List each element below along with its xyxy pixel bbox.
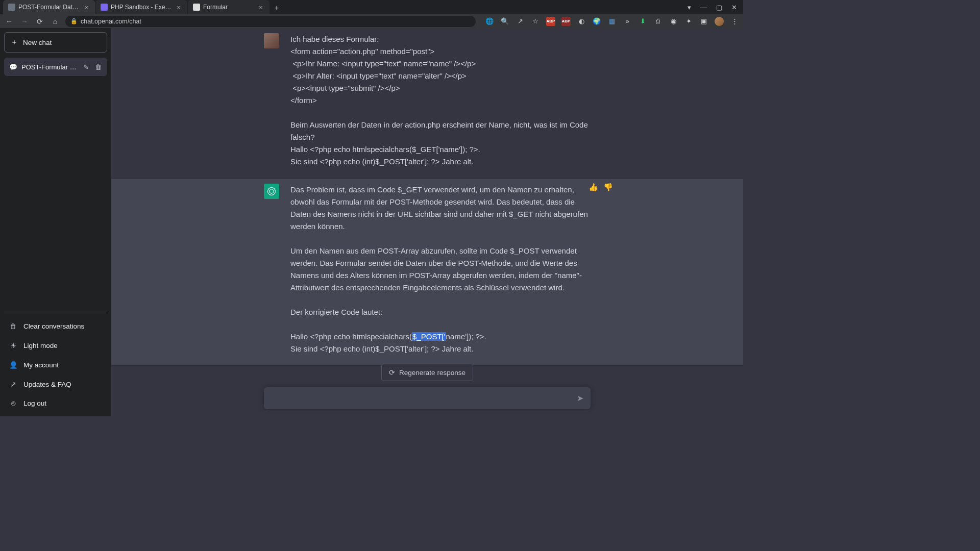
app: ＋ New chat 💬 POST-Formular Daten v ✎ 🗑 🗑… [0,28,743,416]
close-icon[interactable]: × [175,4,182,11]
assistant-p3: Der korrigierte Code lautet: [290,308,382,316]
external-link-icon: ↗ [9,380,17,388]
dot-ext-icon[interactable]: ◐ [577,17,586,26]
sidepanel-icon[interactable]: ▣ [699,17,708,26]
camcorder-ext-icon[interactable]: ◉ [669,17,678,26]
chevron-down-icon[interactable]: ▾ [688,4,691,11]
message-assistant: Das Problem ist, dass im Code $_GET verw… [111,179,743,366]
tab-title: Formular [203,4,254,11]
assistant-p1: Das Problem ist, dass im Code $_GET verw… [290,185,590,231]
download-ext-icon[interactable]: ⬇ [638,17,647,26]
send-icon[interactable]: ➤ [577,393,583,403]
close-icon[interactable]: × [83,4,90,11]
light-mode-button[interactable]: ☀ Light mode [4,336,107,355]
url-bar[interactable]: 🔒 chat.openai.com/chat [65,16,476,27]
sun-icon: ☀ [9,341,17,349]
browser-chrome: POST-Formular Daten verarbeit… × PHP San… [0,0,743,28]
updates-faq-button[interactable]: ↗ Updates & FAQ [4,375,107,393]
footer: ⟳ Regenerate response ➤ [111,364,743,416]
user-message-content: Ich habe dieses Formular: <form action="… [290,33,591,168]
abp-ext-icon[interactable]: ABP [546,17,555,26]
main: Ich habe dieses Formular: <form action="… [111,28,743,416]
regenerate-label: Regenerate response [399,369,465,377]
trash-icon: 🗑 [9,322,17,330]
plus-icon: ＋ [11,38,18,47]
log-out-button[interactable]: ⎋ Log out [4,394,107,412]
tab-inactive[interactable]: PHP Sandbox - Execute PHP cod… × [95,0,187,14]
translate-icon[interactable]: 🌐 [485,17,494,26]
regenerate-button[interactable]: ⟳ Regenerate response [381,364,473,381]
blue-ext-icon[interactable]: ▦ [607,17,617,26]
star-icon[interactable]: ☆ [531,17,540,26]
tab-title: POST-Formular Daten verarbeit… [18,4,80,11]
edit-icon[interactable]: ✎ [82,63,90,71]
forward-button[interactable]: → [19,16,30,27]
close-window-icon[interactable]: ✕ [731,4,737,11]
thumbs-down-icon[interactable]: 👎 [603,183,613,192]
tab-active[interactable]: POST-Formular Daten verarbeit… × [3,0,95,14]
trash-icon[interactable]: 🗑 [94,63,102,71]
message-actions: 👍 👎 [589,183,613,192]
updates-label: Updates & FAQ [23,381,71,388]
logout-label: Log out [23,399,46,407]
thumbs-up-icon[interactable]: 👍 [589,183,598,192]
menu-icon[interactable]: ⋮ [730,17,739,26]
clear-conversations-button[interactable]: 🗑 Clear conversations [4,317,107,335]
code-post: name']); ?>. [446,332,486,341]
close-icon[interactable]: × [257,4,264,11]
assistant-avatar [264,184,279,199]
light-label: Light mode [23,342,58,349]
camera-ext-icon[interactable]: ⎙ [653,17,663,26]
lock-icon: 🔒 [70,18,78,24]
globe-ext-icon[interactable]: 🌍 [592,17,601,26]
abp-ext2-icon[interactable]: ABP [561,17,571,26]
logout-icon: ⎋ [9,399,17,407]
assistant-message-content: Das Problem ist, dass im Code $_GET verw… [290,184,591,355]
new-tab-button[interactable]: + [270,1,283,14]
sidebar: ＋ New chat 💬 POST-Formular Daten v ✎ 🗑 🗑… [0,28,111,416]
share-icon[interactable]: ↗ [516,17,525,26]
favicon-icon [8,4,15,11]
sidebar-footer: 🗑 Clear conversations ☀ Light mode 👤 My … [4,313,107,412]
chat-icon: 💬 [9,63,17,71]
tab-inactive[interactable]: Formular × [188,0,270,14]
favicon-icon [101,4,108,11]
prompt-input[interactable] [271,394,577,403]
zoom-icon[interactable]: 🔍 [500,17,509,26]
favicon-icon [193,4,200,11]
profile-avatar-icon[interactable] [715,17,724,26]
reload-button[interactable]: ⟳ [35,16,45,27]
maximize-icon[interactable]: ▢ [716,4,722,11]
code-line2: Sie sind <?php echo (int)$_POST['alter']… [290,344,473,353]
user-avatar [264,33,279,48]
my-account-button[interactable]: 👤 My account [4,356,107,374]
window-controls: ▾ — ▢ ✕ [688,4,743,11]
new-chat-label: New chat [23,39,52,46]
conversation-list: 💬 POST-Formular Daten v ✎ 🗑 [4,58,107,313]
tab-title: PHP Sandbox - Execute PHP cod… [111,4,172,11]
message-user: Ich habe dieses Formular: <form action="… [111,28,743,179]
url-text: chat.openai.com/chat [81,18,141,25]
account-label: My account [23,361,59,369]
new-chat-button[interactable]: ＋ New chat [4,32,107,53]
tab-bar: POST-Formular Daten verarbeit… × PHP San… [0,0,743,14]
refresh-icon: ⟳ [389,368,395,377]
code-pre: Hallo <?php echo htmlspecialchars( [290,332,412,341]
assistant-p2: Um den Namen aus dem POST-Array abzurufe… [290,246,582,292]
toolbar-icons: 🌐 🔍 ↗ ☆ ABP ABP ◐ 🌍 ▦ » ⬇ ⎙ ◉ ✦ ▣ ⋮ [481,17,739,26]
home-button[interactable]: ⌂ [50,16,60,27]
messages: Ich habe dieses Formular: <form action="… [111,28,743,416]
prompt-input-container: ➤ [264,387,591,409]
conversation-item[interactable]: 💬 POST-Formular Daten v ✎ 🗑 [4,58,107,76]
minimize-icon[interactable]: — [700,4,707,11]
clear-label: Clear conversations [23,322,84,330]
extensions-icon[interactable]: ✦ [684,17,693,26]
person-icon: 👤 [9,361,17,369]
conversation-title: POST-Formular Daten v [21,63,78,71]
code-highlight: $_POST[' [412,332,446,341]
chevron-ext-icon[interactable]: » [623,17,632,26]
back-button[interactable]: ← [4,16,14,27]
nav-bar: ← → ⟳ ⌂ 🔒 chat.openai.com/chat 🌐 🔍 ↗ ☆ A… [0,14,743,28]
